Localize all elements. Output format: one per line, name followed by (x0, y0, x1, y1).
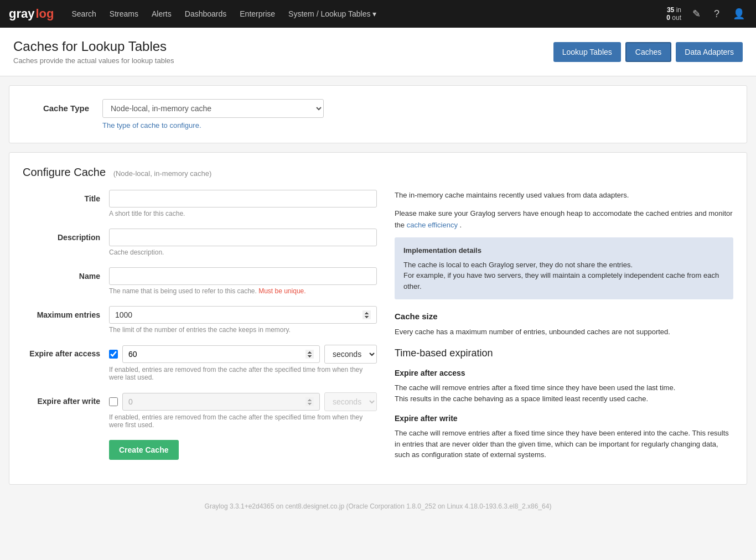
name-field: The name that is being used to refer to … (109, 267, 377, 295)
navbar-right: 35 in 0 out ✎ ? 👤 (666, 6, 747, 22)
form-group-description: Description Cache description. (23, 229, 377, 256)
expire-access-info-text: The cache will remove entries after a fi… (395, 382, 733, 404)
nav-system-lookup[interactable]: System / Lookup Tables ▾ (288, 7, 376, 20)
form-group-name: Name The name that is being used to refe… (23, 267, 377, 295)
expire-access-field: seconds minutes hours If enabled, entrie… (109, 345, 377, 381)
description-label: Description (23, 229, 100, 242)
description-input[interactable] (109, 229, 377, 246)
expire-write-label: Expire after write (23, 392, 100, 406)
footer-text: Graylog 3.3.1+e2d4365 on cent8.designet.… (205, 502, 552, 510)
brand-gray: gray (9, 7, 34, 21)
monitor-text: Please make sure your Graylog servers ha… (395, 208, 733, 231)
configure-subtitle: (Node-local, in-memory cache) (113, 169, 212, 178)
expire-write-info-title: Expire after write (395, 413, 733, 424)
description-field: Cache description. (109, 229, 377, 256)
form-group-expire-write: Expire after write seconds minutes hours… (23, 392, 377, 429)
cache-size-text: Every cache has a maximum number of entr… (395, 326, 733, 338)
title-field: A short title for this cache. (109, 190, 377, 217)
cache-type-right: Node-local, in-memory cache The type of … (102, 99, 324, 129)
impl-details-line1: The cache is local to each Graylog serve… (403, 260, 724, 271)
expire-write-field: seconds minutes hours If enabled, entrie… (109, 392, 377, 429)
impl-details-line2: For example, if you have two servers, th… (403, 270, 724, 292)
submit-field: Create Cache (109, 440, 377, 460)
expire-write-info-text: The cache will remove entries after a fi… (395, 428, 733, 460)
time-based-title: Time-based expiration (395, 346, 733, 361)
impl-details-box: Implementation details The cache is loca… (395, 237, 733, 299)
name-hint-warning: Must be unique. (258, 287, 305, 295)
page-header: Caches for Lookup Tables Caches provide … (0, 28, 756, 76)
stats-out: 0 out (666, 14, 681, 22)
configure-body: Title A short title for this cache. Desc… (23, 190, 733, 471)
caches-button[interactable]: Caches (625, 42, 671, 62)
expire-access-info-title: Expire after access (395, 367, 733, 379)
name-hint: The name that is being used to refer to … (109, 287, 377, 295)
cache-efficiency-link[interactable]: cache efficiency (407, 221, 458, 229)
name-hint-normal: The name that is being used to refer to … (109, 287, 257, 295)
title-hint: A short title for this cache. (109, 210, 377, 217)
lookup-tables-button[interactable]: Lookup Tables (553, 42, 621, 62)
expire-access-label: Expire after access (23, 345, 100, 358)
max-entries-input[interactable] (109, 306, 377, 324)
max-entries-hint: The limit of the number of entries the c… (109, 326, 377, 334)
stats-box: 35 in 0 out (666, 6, 681, 22)
page-footer: Graylog 3.3.1+e2d4365 on cent8.designet.… (0, 494, 756, 519)
title-input[interactable] (109, 190, 377, 208)
impl-details-title: Implementation details (403, 245, 724, 256)
max-entries-field: The limit of the number of entries the c… (109, 306, 377, 334)
expire-access-unit-select[interactable]: seconds minutes hours (324, 345, 377, 364)
configure-title: Configure Cache (Node-local, in-memory c… (23, 166, 733, 179)
page-header-right: Lookup Tables Caches Data Adapters (553, 42, 743, 62)
expire-access-row: seconds minutes hours (109, 345, 377, 364)
brand-log: log (35, 7, 54, 21)
main-content: Cache Type Node-local, in-memory cache T… (0, 76, 756, 494)
expire-write-unit-select[interactable]: seconds minutes hours (324, 392, 377, 411)
user-icon[interactable]: 👤 (731, 6, 747, 22)
configure-section: Configure Cache (Node-local, in-memory c… (9, 152, 747, 485)
page-subtitle: Caches provide the actual values for loo… (13, 56, 174, 65)
form-group-submit: Create Cache (23, 440, 377, 460)
create-cache-button[interactable]: Create Cache (109, 440, 179, 460)
nav-streams[interactable]: Streams (110, 7, 138, 20)
cache-type-select[interactable]: Node-local, in-memory cache (102, 99, 324, 118)
data-adapters-button[interactable]: Data Adapters (676, 42, 743, 62)
stats-in: 35 in (667, 6, 681, 14)
intro-text: The in-memory cache maintains recently u… (395, 190, 733, 201)
form-group-max-entries: Maximum entries The limit of the number … (23, 306, 377, 334)
page-title: Caches for Lookup Tables (13, 39, 174, 54)
help-icon[interactable]: ? (712, 6, 722, 22)
title-label: Title (23, 190, 100, 203)
expire-write-input[interactable] (122, 393, 320, 411)
cache-type-label: Cache Type (23, 99, 89, 113)
description-hint: Cache description. (109, 248, 377, 256)
form-group-title: Title A short title for this cache. (23, 190, 377, 217)
expire-write-row: seconds minutes hours (109, 392, 377, 411)
expire-access-checkbox[interactable] (109, 350, 118, 359)
edit-icon[interactable]: ✎ (690, 6, 703, 22)
nav-dashboards[interactable]: Dashboards (185, 7, 227, 20)
name-label: Name (23, 267, 100, 281)
nav-search[interactable]: Search (71, 7, 96, 20)
cache-size-title: Cache size (395, 310, 733, 323)
expire-write-hint: If enabled, entries are removed from the… (109, 413, 377, 429)
max-entries-label: Maximum entries (23, 306, 100, 319)
navbar: graylog Search Streams Alerts Dashboards… (0, 0, 756, 28)
page-header-left: Caches for Lookup Tables Caches provide … (13, 39, 174, 65)
nav-enterprise[interactable]: Enterprise (240, 7, 275, 20)
cache-type-hint: The type of cache to configure. (102, 121, 324, 129)
brand-logo: graylog (9, 7, 54, 21)
name-input[interactable] (109, 267, 377, 285)
expire-write-checkbox[interactable] (109, 397, 118, 406)
cache-type-section: Cache Type Node-local, in-memory cache T… (9, 85, 747, 143)
expire-access-input[interactable] (122, 345, 320, 363)
configure-left: Title A short title for this cache. Desc… (23, 190, 377, 471)
submit-spacer (23, 440, 100, 444)
expire-access-hint: If enabled, entries are removed from the… (109, 366, 377, 381)
configure-right: The in-memory cache maintains recently u… (395, 190, 733, 471)
form-group-expire-access: Expire after access seconds minutes hour… (23, 345, 377, 381)
nav-alerts[interactable]: Alerts (152, 7, 172, 20)
